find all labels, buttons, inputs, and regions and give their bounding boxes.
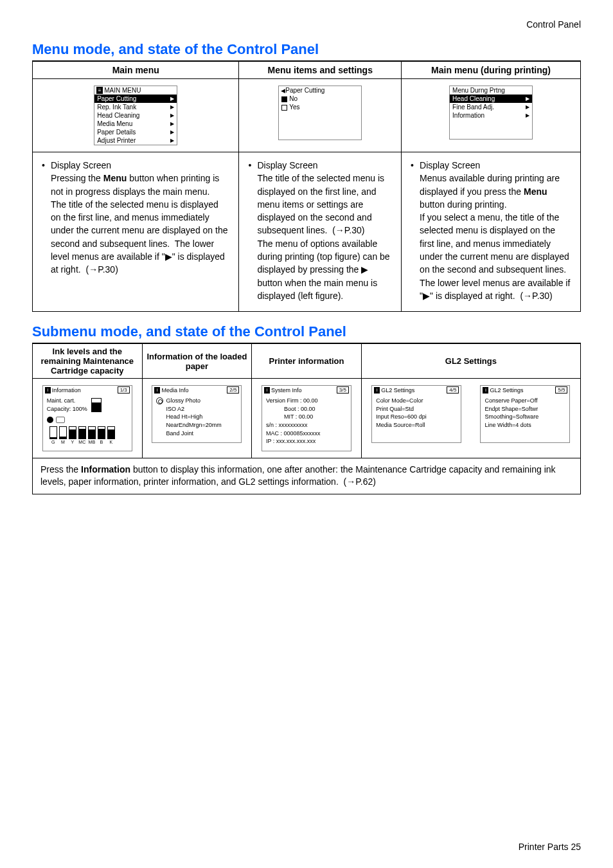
maint-cart-label: Maint. cart. [47,397,87,405]
menu-icon: ≡ [96,87,103,94]
arrow-right-icon: ▶ [170,138,174,143]
page-indicator: 5/5 [555,386,567,393]
info-title: Information [52,387,81,393]
gl2b-row0: Conserve Paper=Off [484,397,565,405]
sys-row3: s/n : xxxxxxxxxx [266,421,347,429]
gl2a-row1: Print Qual=Std [376,405,457,413]
panel-cell-main-menu: ≡MAIN MENU Paper Cutting▶ Rep. Ink Tank▶… [33,79,239,152]
tank-labels: G M Y MC MB B K [47,439,128,446]
item-paper-details: Paper Details [97,129,136,136]
media-row3: NearEndMrgn=20mm [156,421,237,429]
item-paper-cutting: Paper Cutting [97,95,136,102]
gl2b-title: GL2 Settings [490,387,523,393]
desc3-title: Display Screen [420,160,480,170]
option-no: No [289,95,298,102]
panel-td-gl2: iGL2 Settings4/5 Color Mode=Color Print … [361,379,580,458]
info-icon: i [264,387,270,393]
desc1-title: Display Screen [51,160,111,170]
arrow-right-icon: ▶ [170,121,174,127]
checkbox-icon [281,105,287,111]
gl2a-row2: Input Reso=600 dpi [376,413,457,421]
info-panel-media: iMedia Info2/5 Glossy Photo ISO A2 Head … [152,385,242,443]
printing-menu-panel: Menu Durng Prtng Head Cleaning▶ Fine Ban… [449,86,533,140]
col-header-main-menu: Main menu [33,62,239,79]
printing-menu-title: Menu Durng Prtng [452,87,505,94]
page-footer: Printer Parts 25 [519,842,581,852]
info-icon: i [483,387,488,393]
col-header-menu-items: Menu items and settings [239,62,402,79]
item-fine-band: Fine Band Adj. [452,104,494,111]
maint-cartridge-icon [91,398,102,412]
info-icon: i [154,387,160,393]
main-menu-table: Main menu Menu items and settings Main m… [32,61,581,312]
gl2a-title: GL2 Settings [381,387,414,393]
page-indicator: 2/5 [227,386,239,393]
arrow-right-icon: ▶ [526,113,529,118]
arrow-right-icon: ▶ [170,129,174,135]
item-media-menu: Media Menu [97,120,132,127]
arrow-right-icon: ▶ [526,104,529,110]
system-title: System Info [271,387,302,393]
option-yes: Yes [289,104,299,111]
sub-header-gl2: GL2 Settings [361,344,580,379]
sub-header-paper: Information of the loaded paper [142,344,252,379]
info-panel-system: iSystem Info3/5 Version Firm : 00.00 Boo… [262,385,351,451]
section1-heading: Menu mode, and state of the Control Pane… [32,41,581,61]
col-header-printing: Main menu (during printing) [402,62,581,79]
info-panel-ink: iInformation1/3 Maint. cart. Capacity: 1… [42,385,132,451]
submenu-table: Ink levels and the remaining Maintenance… [32,343,581,494]
info-panel-gl2b: iGL2 Settings5/5 Conserve Paper=Off Endp… [480,385,570,442]
desc-main-menu: Display Screen Pressing the Menu button … [33,152,239,312]
sys-row0: Version Firm : 00.00 [266,397,347,405]
gl2b-row1: Endpt Shape=Softwr [484,405,565,413]
checkbox-icon [281,96,287,102]
panel-cell-during-printing: Menu Durng Prtng Head Cleaning▶ Fine Ban… [402,79,581,152]
paper-cutting-panel: ◀Paper Cutting No Yes [278,86,362,140]
item-rep-ink-tank: Rep. Ink Tank [97,104,136,111]
desc-menu-items: Display Screen The title of the selected… [239,152,402,312]
led-icon [56,417,65,423]
gl2a-row0: Color Mode=Color [376,397,457,405]
media-title: Media Info [161,387,188,393]
panel-td-ink: iInformation1/3 Maint. cart. Capacity: 1… [33,379,143,458]
arrow-right-icon: ▶ [170,96,174,102]
arrow-right-icon: ▶ [526,96,529,102]
item-information: Information [452,112,484,119]
page-header: Control Panel [32,19,581,30]
item-head-cleaning-2: Head Cleaning [452,95,495,102]
desc-during-printing: Display Screen Menus available during pr… [402,152,581,312]
arrow-right-icon: ▶ [170,113,174,118]
sys-row2: MIT : 00.00 [266,413,347,421]
page-indicator: 1/3 [118,386,130,393]
sys-row4: MAC : 000085xxxxxx [266,429,347,438]
media-row4: Band Joint [156,429,237,438]
sys-row5: IP : xxx.xxx.xxx.xxx [266,437,347,446]
sys-row1: Boot : 00.00 [266,405,347,413]
section2-heading: Submenu mode, and state of the Control P… [32,323,581,343]
main-menu-panel: ≡MAIN MENU Paper Cutting▶ Rep. Ink Tank▶… [94,86,177,145]
panel-cell-paper-cutting: ◀Paper Cutting No Yes [239,79,402,152]
panel-td-media: iMedia Info2/5 Glossy Photo ISO A2 Head … [142,379,252,458]
arrow-left-icon: ◀ [281,87,285,94]
info-icon: i [45,387,51,393]
sub-header-printer: Printer information [252,344,362,379]
media-row0: Glossy Photo [166,397,200,404]
gl2a-row3: Media Source=Roll [376,421,457,429]
gl2b-row3: Line Width=4 dots [484,421,565,429]
media-row1: ISO A2 [156,405,237,413]
item-head-cleaning: Head Cleaning [97,112,139,119]
arrow-right-icon: ▶ [170,104,174,110]
page-indicator: 4/5 [447,386,459,393]
roll-icon [156,397,163,404]
info-panel-gl2a: iGL2 Settings4/5 Color Mode=Color Print … [371,385,461,442]
desc2-title: Display Screen [257,160,317,170]
maint-cart-capacity: Capacity: 100% [47,405,87,413]
submenu-footer-text: Press the Information button to display … [33,458,581,494]
ink-tanks [47,426,128,439]
sub-header-ink: Ink levels and the remaining Maintenance… [33,344,143,379]
item-adjust-printer: Adjust Printer [97,137,136,144]
gl2b-row2: Smoothing=Software [484,413,565,421]
panel-td-system: iSystem Info3/5 Version Firm : 00.00 Boo… [252,379,362,458]
media-row2: Head Ht=High [156,413,237,421]
main-menu-title: MAIN MENU [104,87,141,94]
